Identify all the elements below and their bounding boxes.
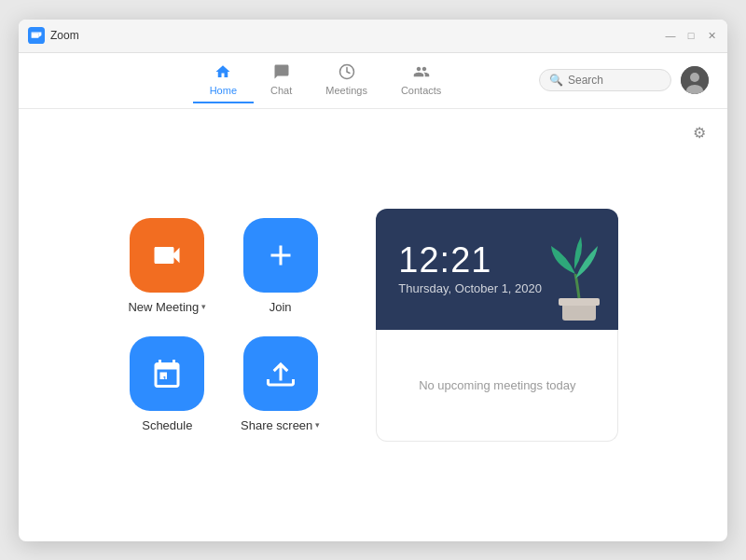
nav-item-meetings[interactable]: Meetings bbox=[309, 58, 384, 103]
meetings-icon bbox=[338, 63, 355, 83]
nav-label-meetings: Meetings bbox=[325, 85, 367, 96]
navbar: Home Chat Meetings bbox=[19, 53, 727, 109]
schedule-action[interactable]: 19 Schedule bbox=[128, 336, 207, 432]
share-screen-button[interactable] bbox=[243, 336, 318, 411]
titlebar-controls: — □ ✕ bbox=[664, 29, 718, 42]
zoom-window: Zoom — □ ✕ Home bbox=[19, 20, 727, 541]
svg-rect-7 bbox=[559, 298, 600, 306]
new-meeting-label: New Meeting ▾ bbox=[128, 300, 206, 314]
nav-item-home[interactable]: Home bbox=[193, 58, 254, 103]
join-button[interactable] bbox=[243, 218, 318, 293]
search-icon: 🔍 bbox=[549, 74, 563, 87]
nav-item-contacts[interactable]: Contacts bbox=[384, 58, 458, 103]
clock-text: 12:21 Thursday, October 1, 2020 bbox=[398, 242, 542, 295]
contacts-icon bbox=[413, 63, 430, 83]
main-content: ⚙ New Meeting ▾ bbox=[19, 109, 727, 541]
minimize-button[interactable]: — bbox=[664, 29, 677, 42]
right-panel: 12:21 Thursday, October 1, 2020 bbox=[376, 209, 618, 442]
nav-label-home: Home bbox=[210, 85, 237, 96]
new-meeting-action[interactable]: New Meeting ▾ bbox=[128, 218, 207, 314]
search-input[interactable] bbox=[568, 74, 661, 87]
new-meeting-button[interactable] bbox=[130, 218, 204, 293]
schedule-label: Schedule bbox=[142, 418, 192, 432]
clock-time: 12:21 bbox=[398, 242, 542, 278]
clock-card: 12:21 Thursday, October 1, 2020 bbox=[376, 209, 618, 330]
meetings-card: No upcoming meetings today bbox=[376, 330, 618, 442]
home-icon bbox=[214, 63, 231, 83]
avatar[interactable] bbox=[681, 66, 709, 94]
settings-button[interactable]: ⚙ bbox=[686, 120, 712, 146]
join-action[interactable]: Join bbox=[241, 218, 320, 314]
titlebar-left: Zoom bbox=[28, 27, 79, 44]
maximize-button[interactable]: □ bbox=[684, 29, 698, 42]
close-button[interactable]: ✕ bbox=[705, 29, 718, 42]
chevron-down-icon: ▾ bbox=[201, 302, 206, 311]
clock-date: Thursday, October 1, 2020 bbox=[398, 281, 542, 295]
nav-label-chat: Chat bbox=[270, 85, 292, 96]
titlebar-title: Zoom bbox=[50, 29, 79, 42]
zoom-logo-icon bbox=[28, 27, 45, 44]
plant-decoration-icon bbox=[534, 227, 618, 330]
share-chevron-icon: ▾ bbox=[315, 420, 320, 430]
chat-icon bbox=[273, 63, 290, 83]
svg-point-3 bbox=[690, 73, 699, 82]
nav-center: Home Chat Meetings bbox=[112, 58, 539, 103]
titlebar: Zoom — □ ✕ bbox=[19, 20, 727, 53]
no-meetings-label: No upcoming meetings today bbox=[419, 378, 575, 392]
nav-right: 🔍 bbox=[539, 66, 709, 94]
action-grid: New Meeting ▾ Join bbox=[128, 218, 321, 432]
search-box[interactable]: 🔍 bbox=[539, 69, 671, 91]
nav-label-contacts: Contacts bbox=[401, 85, 441, 96]
share-screen-action[interactable]: Share screen ▾ bbox=[241, 336, 320, 432]
svg-text:19: 19 bbox=[163, 374, 171, 382]
nav-item-chat[interactable]: Chat bbox=[254, 58, 309, 103]
schedule-button[interactable]: 19 bbox=[130, 336, 204, 411]
share-screen-label: Share screen ▾ bbox=[241, 418, 320, 432]
join-label: Join bbox=[269, 300, 292, 314]
